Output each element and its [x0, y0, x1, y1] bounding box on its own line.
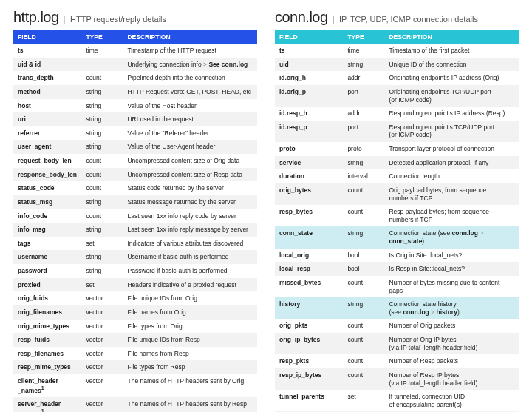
field-cell: local_orig — [275, 249, 343, 263]
table-row: protoprotoTransport layer protocol of co… — [275, 142, 519, 156]
desc-cell: Unique ID of the connection — [384, 58, 519, 72]
desc-cell: Connection length — [384, 169, 519, 183]
table-row: proxiedsetHeaders indicative of a proxie… — [13, 278, 257, 292]
field-cell: method — [13, 85, 81, 99]
col-field: FIELD — [275, 30, 343, 44]
field-cell: id.resp_h — [275, 107, 343, 121]
table-row: trans_depthcountPipelined depth into the… — [13, 71, 257, 85]
desc-cell: Last seen 1xx info reply message by serv… — [123, 223, 257, 237]
table-row: orig_pktscountNumber of Orig packets — [275, 319, 519, 333]
field-cell: orig_fuids — [13, 291, 81, 305]
type-cell: bool — [343, 262, 384, 276]
field-cell: tags — [13, 237, 81, 251]
table-row: resp_pktscountNumber of Resp packets — [275, 354, 519, 368]
table-row: id.resp_pportResponding endpoint's TCP/U… — [275, 121, 519, 142]
field-cell: orig_bytes — [275, 183, 343, 205]
table-row: hoststringValue of the Host header — [13, 99, 257, 113]
type-cell: vector — [81, 320, 123, 334]
type-cell: vector — [81, 291, 123, 305]
field-cell: password — [13, 264, 81, 278]
desc-cell: File unique IDs from Orig — [123, 291, 257, 305]
table-row: orig_bytescountOrig payload bytes; from … — [275, 183, 519, 205]
type-cell: count — [81, 181, 123, 195]
table-row: uid & idUnderlying connection info > See… — [13, 58, 257, 72]
conn-subtitle: IP, TCP, UDP, ICMP connection details — [339, 15, 478, 24]
table-row: request_body_lencountUncompressed conten… — [13, 154, 257, 168]
table-row: orig_filenamesvectorFile names from Orig — [13, 305, 257, 320]
desc-cell: Is Orig in Site::local_nets? — [384, 249, 519, 263]
desc-cell: Last seen 1xx info reply code by server — [123, 209, 257, 223]
desc-cell: Uncompressed content size of Resp data — [123, 168, 257, 182]
desc-cell: Is Resp in Site::local_nets? — [384, 262, 519, 276]
field-cell: user_agent — [13, 140, 81, 154]
table-row: methodstringHTTP Request verb: GET, POST… — [13, 85, 257, 99]
type-cell: port — [343, 121, 384, 142]
desc-cell: Value of the User-Agent header — [123, 140, 257, 154]
field-cell: resp_ip_bytes — [275, 368, 343, 390]
type-cell: vector — [81, 374, 123, 397]
type-cell: string — [81, 250, 123, 264]
field-cell: proxied — [13, 278, 81, 292]
desc-cell: If tunneled, connection UIDof encapsulat… — [384, 390, 519, 411]
table-row: info_msgstringLast seen 1xx info reply m… — [13, 223, 257, 237]
field-cell: client_header_names1 — [13, 374, 81, 397]
conn-log-column: conn.log | IP, TCP, UDP, ICMP connection… — [275, 9, 519, 412]
field-cell: ts — [275, 44, 343, 58]
table-row: tstimeTimestamp of the HTTP request — [13, 44, 257, 58]
field-cell: id.orig_p — [275, 85, 343, 107]
table-row: response_body_lencountUncompressed conte… — [13, 168, 257, 182]
field-cell: resp_filenames — [13, 347, 81, 361]
table-row: durationintervalConnection length — [275, 169, 519, 183]
desc-cell: Headers indicative of a proxied request — [123, 278, 257, 292]
conn-title-line: conn.log | IP, TCP, UDP, ICMP connection… — [275, 9, 519, 26]
type-cell: string — [81, 223, 123, 237]
desc-cell: Indicators of various attributes discove… — [123, 237, 257, 251]
conn-table: FIELD TYPE DESCRIPTION tstimeTimestamp o… — [275, 30, 519, 412]
field-cell: history — [275, 297, 343, 319]
table-row: id.orig_pportOriginating endpoint's TCP/… — [275, 85, 519, 107]
desc-cell: File names from Orig — [123, 305, 257, 320]
table-row: tagssetIndicators of various attributes … — [13, 237, 257, 251]
table-row: id.orig_haddrOriginating endpoint's IP a… — [275, 71, 519, 85]
desc-cell: Number of Orig packets — [384, 319, 519, 333]
col-field: FIELD — [13, 30, 81, 44]
desc-cell: Value of the Host header — [123, 99, 257, 113]
conn-title: conn.log — [275, 9, 328, 26]
field-cell: request_body_len — [13, 154, 81, 168]
field-cell: orig_ip_bytes — [275, 333, 343, 354]
desc-cell: Underlying connection info > See conn.lo… — [123, 58, 257, 72]
field-cell: status_msg — [13, 195, 81, 209]
table-row: conn_statestringConnection state (see co… — [275, 226, 519, 248]
field-cell: orig_filenames — [13, 305, 81, 320]
type-cell: vector — [81, 397, 123, 412]
col-type: TYPE — [81, 30, 123, 44]
type-cell: addr — [343, 107, 384, 121]
type-cell: count — [343, 368, 384, 390]
http-table: FIELD TYPE DESCRIPTION tstimeTimestamp o… — [13, 30, 257, 412]
table-row: resp_ip_bytescountNumber of Resp IP byte… — [275, 368, 519, 390]
table-row: id.resp_haddrResponding endpoint's IP ad… — [275, 107, 519, 121]
desc-cell: Responding endpoint's IP address (Resp) — [384, 107, 519, 121]
table-row: missed_bytescountNumber of bytes missing… — [275, 276, 519, 297]
type-cell: vector — [81, 347, 123, 361]
desc-cell: Connection state (see conn.log > conn_st… — [384, 226, 519, 248]
table-row: local_respboolIs Resp in Site::local_net… — [275, 262, 519, 276]
field-cell: resp_fuids — [13, 333, 81, 347]
table-row: uristringURI used in the request — [13, 112, 257, 126]
field-cell: host — [13, 99, 81, 113]
field-cell: conn_state — [275, 226, 343, 248]
type-cell: count — [343, 354, 384, 368]
field-cell: uri — [13, 112, 81, 126]
field-cell: resp_bytes — [275, 205, 343, 226]
desc-cell: Orig payload bytes; from sequencenumbers… — [384, 183, 519, 205]
type-cell: bool — [343, 249, 384, 263]
desc-cell: File unique IDs from Resp — [123, 333, 257, 347]
field-cell: info_code — [13, 209, 81, 223]
type-cell: string — [81, 99, 123, 113]
type-cell: set — [343, 390, 384, 411]
table-row: resp_bytescountResp payload bytes; from … — [275, 205, 519, 226]
desc-cell: Connection state history(see conn.log > … — [384, 297, 519, 319]
desc-cell: File names from Resp — [123, 347, 257, 361]
desc-cell: Originating endpoint's IP address (Orig) — [384, 71, 519, 85]
type-cell: count — [343, 183, 384, 205]
